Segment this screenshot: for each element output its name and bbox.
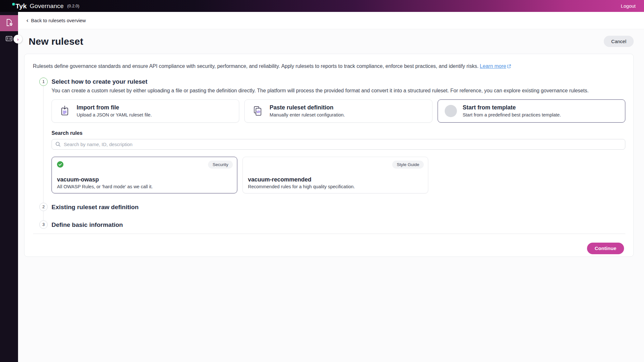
intro-text-body: Rulesets define governance standards and… [33, 63, 478, 69]
back-to-rulesets-link[interactable]: ‹ Back to rulesets overview [26, 17, 86, 23]
step-2-title: Existing ruleset raw definition [52, 204, 625, 211]
step-2-section: 2 Existing ruleset raw definition [32, 203, 625, 211]
step-1-description: You can create a custom ruleset by eithe… [52, 88, 625, 94]
template-badge-security: Security [208, 161, 233, 169]
page: Tyk Governance (0.2.0) Logout [0, 0, 644, 362]
sidebar-item-rulesets[interactable] [0, 15, 18, 31]
back-link-label: Back to rulesets overview [31, 18, 86, 23]
option-import-text: Import from file Upload a JSON or YAML r… [77, 104, 152, 117]
page-title: New ruleset [29, 36, 83, 47]
template-check-placeholder [248, 161, 254, 168]
search-rules-label: Search rules [52, 130, 625, 136]
brand-logo: Tyk Governance (0.2.0) [12, 2, 79, 10]
template-recommended-description: Recommended rules for a high quality spe… [248, 184, 423, 189]
option-import-description: Upload a JSON or YAML ruleset file. [77, 112, 152, 117]
tyk-logo-dot-icon [12, 3, 15, 5]
app-shell: › ‹ Back to rulesets overview New rulese… [0, 12, 644, 362]
id-card-icon [5, 35, 13, 44]
card-divider [33, 234, 625, 234]
create-options-row: Import from file Upload a JSON or YAML r… [52, 99, 625, 123]
step-1-body: Select how to create your ruleset You ca… [52, 78, 625, 193]
template-recommended-name: vacuum-recommended [248, 176, 423, 183]
tyk-logo-icon: Tyk [12, 2, 27, 10]
sidebar: › [0, 12, 18, 362]
title-bar: New ruleset Cancel [18, 29, 644, 47]
back-navigation-bar: ‹ Back to rulesets overview [18, 12, 644, 29]
option-import-from-file[interactable]: Import from file Upload a JSON or YAML r… [52, 99, 239, 123]
sidebar-expand-toggle[interactable]: › [14, 35, 22, 43]
template-owasp-name: vacuum-owasp [57, 176, 232, 183]
external-link-icon [507, 63, 511, 70]
template-card-vacuum-recommended[interactable]: Style Guide vacuum-recommended Recommend… [242, 157, 428, 193]
template-owasp-text: vacuum-owasp All OWASP Rules, or 'hard m… [57, 176, 232, 189]
learn-more-link[interactable]: Learn more [480, 63, 506, 69]
version-label: (0.2.0) [67, 4, 80, 8]
step-2-number-badge: 2 [39, 203, 48, 211]
new-ruleset-card: Rulesets define governance standards and… [24, 54, 634, 257]
step-3-number-badge: 3 [39, 220, 48, 229]
option-paste-title: Paste ruleset definition [270, 104, 345, 111]
option-import-title: Import from file [77, 104, 152, 111]
template-cards-row: Security vacuum-owasp All OWASP R [52, 157, 625, 193]
search-wrap [52, 139, 625, 150]
continue-button[interactable]: Continue [587, 243, 624, 254]
option-start-from-template[interactable]: Start from template Start from a predefi… [438, 99, 625, 123]
option-template-text: Start from template Start from a predefi… [463, 104, 561, 117]
option-paste-description: Manually enter ruleset configuration. [270, 112, 345, 117]
main-content: ‹ Back to rulesets overview New ruleset … [18, 12, 644, 362]
paste-code-icon [251, 105, 264, 117]
step-2-body: Existing ruleset raw definition [52, 203, 625, 211]
step-1-title: Select how to create your ruleset [52, 78, 625, 85]
top-bar: Tyk Governance (0.2.0) Logout [0, 0, 644, 12]
chevron-right-icon: › [17, 37, 19, 42]
step-3-title: Define basic information [52, 221, 625, 228]
step-1-section: 1 Select how to create your ruleset You … [32, 78, 625, 193]
template-recommended-text: vacuum-recommended Recommended rules for… [248, 176, 423, 189]
option-template-title: Start from template [463, 104, 561, 111]
ruleset-document-shield-icon [5, 18, 13, 28]
option-template-description: Start from a predefined best practices t… [463, 112, 561, 117]
product-name: Governance [30, 3, 64, 10]
search-icon [55, 141, 61, 148]
template-card-vacuum-owasp[interactable]: Security vacuum-owasp All OWASP R [52, 157, 237, 193]
search-rules-input[interactable] [52, 139, 625, 150]
step-3-body: Define basic information [52, 220, 625, 228]
logout-button[interactable]: Logout [621, 3, 636, 9]
brand-name: Tyk [15, 2, 27, 10]
file-import-icon [58, 105, 71, 117]
option-paste-text: Paste ruleset definition Manually enter … [270, 104, 345, 117]
option-paste-definition[interactable]: Paste ruleset definition Manually enter … [244, 99, 432, 123]
template-badge-style-guide: Style Guide [392, 161, 424, 169]
step-3-section: 3 Define basic information [32, 220, 625, 229]
intro-text: Rulesets define governance standards and… [33, 63, 625, 70]
learn-more-label: Learn more [480, 63, 506, 69]
template-circle-icon [444, 105, 457, 117]
template-owasp-description: All OWASP Rules, or 'hard mode' as we ca… [57, 184, 232, 189]
cancel-button[interactable]: Cancel [604, 36, 634, 47]
card-footer: Continue [32, 243, 625, 254]
step-1-number-badge: 1 [39, 78, 48, 86]
chevron-left-icon: ‹ [26, 17, 28, 23]
check-circle-icon [57, 161, 63, 168]
